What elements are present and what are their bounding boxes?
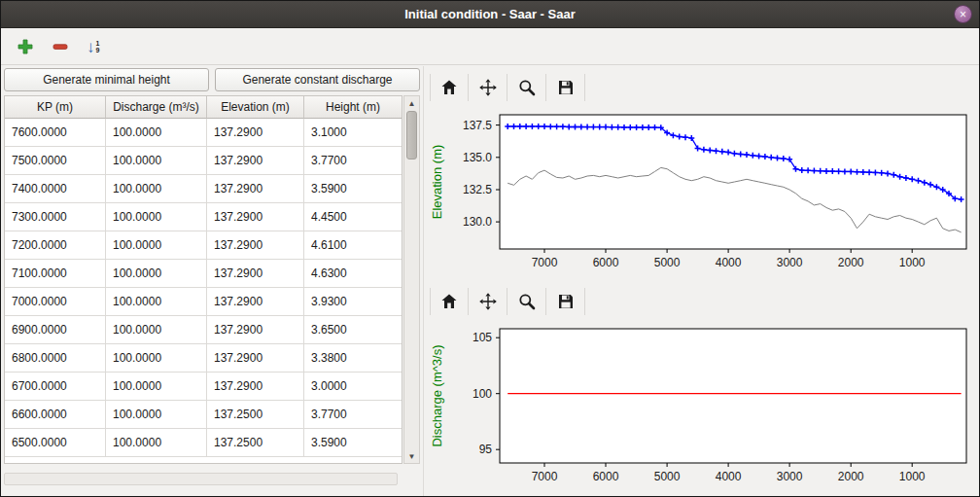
table-row[interactable]: 7500.0000100.0000137.29003.7700	[5, 147, 402, 175]
svg-text:3000: 3000	[777, 256, 803, 269]
table-cell[interactable]: 3.3800	[304, 344, 402, 373]
table-row[interactable]: 7600.0000100.0000137.29003.1000	[5, 119, 402, 147]
table-cell[interactable]: 6600.0000	[5, 401, 106, 429]
remove-icon	[52, 38, 69, 55]
table-row[interactable]: 7400.0000100.0000137.29003.5900	[5, 175, 402, 203]
table-cell[interactable]: 7200.0000	[5, 231, 106, 260]
elevation-chart[interactable]: 7000600050004000300020001000130.0132.513…	[426, 107, 976, 278]
table-cell[interactable]: 137.2500	[207, 429, 304, 457]
table-row[interactable]: 6900.0000100.0000137.29003.6500	[5, 316, 402, 344]
table-row[interactable]: 7100.0000100.0000137.29004.6300	[5, 260, 402, 288]
table-cell[interactable]: 100.0000	[106, 288, 207, 316]
table-row[interactable]: 7200.0000100.0000137.29004.6100	[5, 231, 402, 260]
zoom-button[interactable]	[508, 74, 546, 101]
zoom-button[interactable]	[508, 288, 546, 315]
home-icon	[439, 78, 459, 97]
generate-constant-discharge-button[interactable]: Generate constant discharge	[215, 68, 420, 91]
elevation-chart-toolbar	[430, 74, 979, 101]
table-cell[interactable]: 100.0000	[106, 231, 207, 260]
y-axis-label: Elevation (m)	[430, 145, 444, 220]
table-cell[interactable]: 100.0000	[106, 119, 207, 147]
home-button[interactable]	[430, 288, 469, 315]
table-row[interactable]: 6700.0000100.0000137.29003.0000	[5, 373, 402, 401]
pan-icon	[478, 78, 498, 97]
table-cell[interactable]: 6900.0000	[5, 316, 106, 344]
table-cell[interactable]: 3.5900	[304, 175, 402, 203]
table-cell[interactable]: 6700.0000	[5, 373, 106, 401]
table-cell[interactable]: 7500.0000	[5, 147, 106, 175]
table-row[interactable]: 6800.0000100.0000137.29003.3800	[5, 344, 402, 373]
table-cell[interactable]: 100.0000	[106, 147, 207, 175]
table-cell[interactable]: 7300.0000	[5, 203, 106, 231]
table-cell[interactable]: 3.7700	[304, 147, 402, 175]
table-cell[interactable]: 137.2900	[207, 288, 304, 316]
sort-button[interactable]: ↓ 1 9	[87, 39, 99, 55]
table-row[interactable]: 7000.0000100.0000137.29003.9300	[5, 288, 402, 316]
table-cell[interactable]: 137.2900	[207, 119, 304, 147]
table-cell[interactable]: 100.0000	[106, 344, 207, 373]
table-cell[interactable]: 100.0000	[106, 316, 207, 344]
table-cell[interactable]: 137.2900	[207, 203, 304, 231]
table-cell[interactable]: 7400.0000	[5, 175, 106, 203]
table-cell[interactable]: 100.0000	[106, 260, 207, 288]
table-cell[interactable]: 7600.0000	[5, 119, 106, 147]
column-header[interactable]: Discharge (m³/s)	[106, 96, 207, 119]
table-cell[interactable]: 6800.0000	[5, 344, 106, 373]
table-row[interactable]: 6500.0000100.0000137.25003.5900	[5, 429, 402, 457]
vertical-scrollbar[interactable]: ▲ ▼	[403, 95, 420, 464]
table-cell[interactable]: 137.2900	[207, 260, 304, 288]
svg-text:7000: 7000	[532, 470, 558, 483]
remove-row-button[interactable]	[52, 38, 69, 55]
table-cell[interactable]: 3.9300	[304, 288, 402, 316]
add-row-button[interactable]	[17, 38, 34, 55]
pan-button[interactable]	[469, 288, 508, 315]
table-cell[interactable]: 137.2900	[207, 344, 304, 373]
table-cell[interactable]: 4.6100	[304, 231, 402, 260]
home-icon	[439, 292, 459, 311]
table-cell[interactable]: 3.0000	[304, 373, 402, 401]
column-header[interactable]: KP (m)	[5, 96, 106, 119]
table-cell[interactable]: 100.0000	[106, 175, 207, 203]
window-title: Initial condition - Saar - Saar	[404, 7, 576, 21]
close-button[interactable]: ×	[954, 5, 972, 23]
plot-area	[500, 329, 966, 463]
table-cell[interactable]: 3.7700	[304, 401, 402, 429]
table-cell[interactable]: 137.2900	[207, 175, 304, 203]
table-cell[interactable]: 137.2900	[207, 373, 304, 401]
table-cell[interactable]: 137.2500	[207, 401, 304, 429]
table-cell[interactable]: 137.2900	[207, 231, 304, 260]
table-cell[interactable]: 3.6500	[304, 316, 402, 344]
svg-text:5000: 5000	[654, 470, 681, 483]
column-header[interactable]: Height (m)	[304, 96, 402, 119]
pan-button[interactable]	[469, 74, 508, 101]
titlebar[interactable]: Initial condition - Saar - Saar ×	[1, 1, 979, 28]
table-cell[interactable]: 7000.0000	[5, 288, 106, 316]
table-row[interactable]: 6600.0000100.0000137.25003.7700	[5, 401, 402, 429]
sort-digit-bottom: 9	[96, 47, 100, 53]
table-cell[interactable]: 4.6300	[304, 260, 402, 288]
svg-text:6000: 6000	[593, 470, 619, 483]
generate-minimal-height-button[interactable]: Generate minimal height	[4, 68, 209, 91]
table-cell[interactable]: 4.4500	[304, 203, 402, 231]
table-cell[interactable]: 100.0000	[106, 401, 207, 429]
left-panel: Generate minimal height Generate constan…	[1, 66, 423, 496]
horizontal-scrollbar[interactable]	[4, 473, 398, 485]
table-cell[interactable]: 7100.0000	[5, 260, 106, 288]
scroll-up-button[interactable]: ▲	[404, 96, 419, 110]
table-cell[interactable]: 100.0000	[106, 203, 207, 231]
table-cell[interactable]: 3.5900	[304, 429, 402, 457]
table-cell[interactable]: 137.2900	[207, 147, 304, 175]
save-button[interactable]	[546, 74, 585, 101]
table-cell[interactable]: 100.0000	[106, 429, 207, 457]
save-button[interactable]	[546, 288, 585, 315]
table-cell[interactable]: 100.0000	[106, 373, 207, 401]
discharge-chart[interactable]: 700060005000400030002000100095100105Disc…	[426, 321, 976, 492]
table-cell[interactable]: 137.2900	[207, 316, 304, 344]
table-cell[interactable]: 3.1000	[304, 119, 402, 147]
scrollbar-thumb[interactable]	[406, 111, 417, 160]
scroll-down-button[interactable]: ▼	[404, 449, 419, 463]
home-button[interactable]	[430, 74, 469, 101]
column-header[interactable]: Elevation (m)	[207, 96, 304, 119]
table-cell[interactable]: 6500.0000	[5, 429, 106, 457]
table-row[interactable]: 7300.0000100.0000137.29004.4500	[5, 203, 402, 231]
